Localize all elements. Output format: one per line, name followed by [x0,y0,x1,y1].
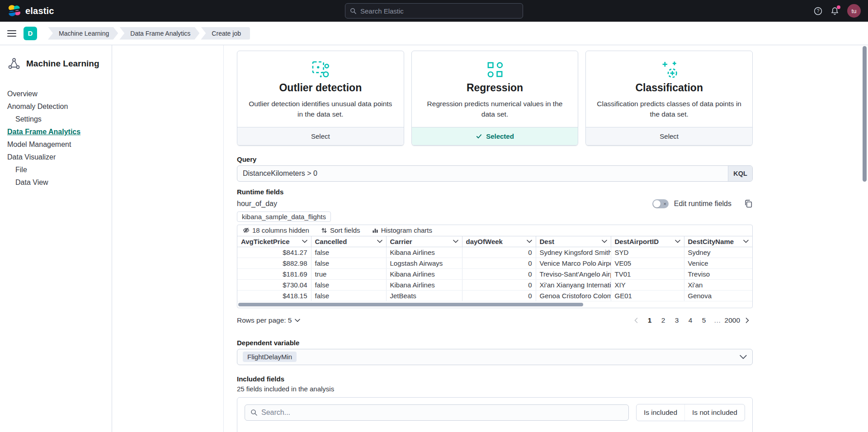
grid-header-cell[interactable]: DestAirportID [611,236,684,247]
runtime-field-value: hour_of_day [237,200,277,208]
menu-button[interactable] [7,30,16,37]
next-page-button[interactable] [742,314,753,327]
grid-cell[interactable]: 0 [462,247,536,258]
space-avatar[interactable]: D [24,27,37,40]
regression-icon [486,60,505,79]
grid-cell[interactable]: Logstash Airways [386,258,462,268]
grid-cell[interactable]: $730.04 [237,279,311,290]
grid-cell[interactable]: 0 [462,258,536,268]
grid-cell[interactable]: JetBeats [386,290,462,301]
vertical-scrollbar[interactable] [863,46,867,182]
fields-search-input[interactable] [261,409,623,417]
grid-cell[interactable]: Xi'an [684,279,752,290]
breadcrumb-item[interactable]: Data Frame Analytics [119,27,199,40]
grid-header-cell[interactable]: dayOfWeek [462,236,536,247]
sort-icon [321,227,327,234]
sidebar-item[interactable]: Model Management [0,138,112,151]
global-search-input[interactable] [360,7,518,15]
grid-pagination-row: Rows per page: 5 12345 … 200 [237,314,753,327]
notifications-button[interactable] [830,7,839,15]
grid-cell[interactable]: Kibana Airlines [386,279,462,290]
sort-fields-button[interactable]: Sort fields [321,226,360,234]
card-classification: Classification Classification predicts c… [585,51,753,146]
edit-runtime-fields-toggle[interactable]: × [652,199,669,208]
sidebar-item[interactable]: Settings [0,113,112,126]
prev-page-button[interactable] [631,314,642,327]
grid-cell[interactable]: Venice Marco Polo Airport [536,258,611,268]
last-page-button[interactable]: 2000 [725,314,740,327]
grid-cell[interactable]: $181.69 [237,268,311,279]
help-icon: ? [814,7,822,15]
included-filter-group: Is included Is not included [636,404,745,421]
sidebar-item[interactable]: Anomaly Detection [0,100,112,113]
grid-cell[interactable]: Sydney [684,247,752,258]
toggle-off-icon: × [663,201,666,206]
grid-cell[interactable]: Treviso-Sant'Angelo Airport [536,268,611,279]
histogram-charts-button[interactable]: Histogram charts [372,226,432,234]
grid-cell[interactable]: $418.15 [237,290,311,301]
query-input[interactable] [237,166,728,181]
copy-button[interactable] [744,199,753,208]
grid-cell[interactable]: 0 [462,279,536,290]
eye-slash-icon [243,227,250,234]
select-classification-button[interactable]: Select [586,127,752,145]
sidebar-item[interactable]: Data Visualizer [0,151,112,164]
grid-cell[interactable]: false [311,290,386,301]
grid-cell[interactable]: XIY [611,279,684,290]
columns-hidden-button[interactable]: 18 columns hidden [243,226,309,234]
grid-cell[interactable]: false [311,279,386,290]
help-button[interactable]: ? [814,7,822,15]
grid-cell[interactable]: Genoa Cristoforo Colomb... [536,290,611,301]
outlier-detection-icon [311,60,330,79]
sidebar-item[interactable]: Data View [0,176,112,189]
kql-button[interactable]: KQL [728,166,752,181]
grid-cell[interactable]: $841.27 [237,247,311,258]
copy-icon [744,199,753,208]
sidebar-item[interactable]: Data Frame Analytics [0,126,112,138]
grid-header-cell[interactable]: DestCityName [684,236,752,247]
breadcrumb-item[interactable]: Machine Learning [48,27,118,40]
page-button[interactable]: 4 [684,314,697,327]
grid-header-cell[interactable]: AvgTicketPrice [237,236,311,247]
dependent-variable-select[interactable]: FlightDelayMin [237,349,753,365]
grid-cell[interactable]: $882.98 [237,258,311,268]
grid-header-cell[interactable]: Carrier [386,236,462,247]
rows-per-page-button[interactable]: Rows per page: 5 [237,316,300,324]
grid-cell[interactable]: Kibana Airlines [386,247,462,258]
grid-cell[interactable]: Genova [684,290,752,301]
grid-cell[interactable]: false [311,247,386,258]
grid-header-cell[interactable]: Cancelled [311,236,386,247]
page-button[interactable]: 5 [698,314,710,327]
home-link[interactable]: elastic [7,4,54,18]
chevron-down-icon [740,355,747,359]
card-title: Classification [597,82,741,94]
breadcrumb-item[interactable]: Create job [201,27,250,40]
grid-cell[interactable]: false [311,258,386,268]
grid-cell[interactable]: Treviso [684,268,752,279]
grid-cell[interactable]: GE01 [611,290,684,301]
chevron-right-icon [745,318,749,323]
grid-cell[interactable]: Sydney Kingsford Smith I... [536,247,611,258]
sidebar-item[interactable]: File [0,164,112,176]
grid-cell[interactable]: 0 [462,268,536,279]
horizontal-scrollbar-thumb[interactable] [238,303,583,306]
grid-header-cell[interactable]: Dest [536,236,611,247]
grid-cell[interactable]: Venice [684,258,752,268]
grid-cell[interactable]: TV01 [611,268,684,279]
grid-cell[interactable]: VE05 [611,258,684,268]
page-button[interactable]: 3 [670,314,683,327]
sidebar-item[interactable]: Overview [0,88,112,100]
grid-cell[interactable]: Xi'an Xianyang Internatio... [536,279,611,290]
grid-cell[interactable]: Kibana Airlines [386,268,462,279]
grid-cell[interactable]: true [311,268,386,279]
horizontal-scrollbar[interactable] [237,302,752,307]
is-included-filter-button[interactable]: Is included [637,404,684,421]
grid-cell[interactable]: 0 [462,290,536,301]
page-button[interactable]: 2 [657,314,670,327]
user-avatar[interactable]: tu [847,4,861,18]
grid-cell[interactable]: SYD [611,247,684,258]
is-not-included-filter-button[interactable]: Is not included [684,404,745,421]
select-outlier-detection-button[interactable]: Select [237,127,404,145]
regression-selected-button[interactable]: Selected [412,127,578,145]
page-button[interactable]: 1 [643,314,656,327]
